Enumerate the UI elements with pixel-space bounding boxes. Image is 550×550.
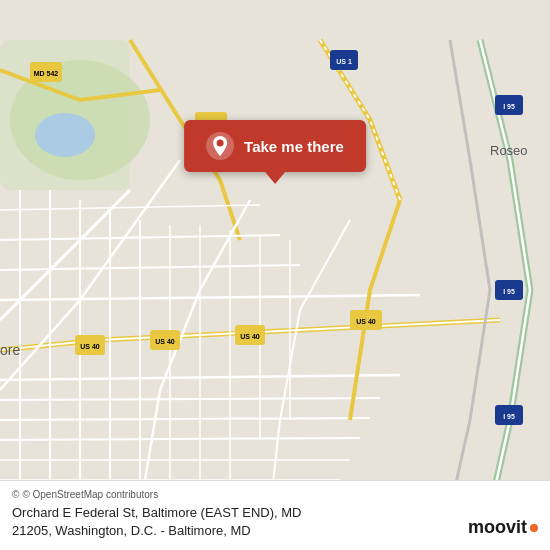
- svg-text:MD 542: MD 542: [34, 70, 59, 77]
- svg-text:I 95: I 95: [503, 413, 515, 420]
- svg-text:I 95: I 95: [503, 288, 515, 295]
- address-text: Orchard E Federal St, Baltimore (EAST EN…: [12, 504, 538, 540]
- address-line2: 21205, Washington, D.C. - Baltimore, MD: [12, 523, 251, 538]
- svg-text:US 40: US 40: [80, 343, 100, 350]
- svg-point-47: [217, 140, 224, 147]
- map-container: US 40 US 40 US 40 MD 147 MD 542 I 95 I 9…: [0, 0, 550, 550]
- take-me-there-button[interactable]: Take me there: [184, 120, 366, 172]
- take-me-there-label: Take me there: [244, 138, 344, 155]
- svg-text:US 40: US 40: [240, 333, 260, 340]
- osm-attribution: © © OpenStreetMap contributors: [12, 489, 538, 500]
- osm-icon: ©: [12, 489, 19, 500]
- svg-text:Roseo: Roseo: [490, 143, 528, 158]
- moovit-dot: [530, 524, 538, 532]
- svg-text:US 40: US 40: [356, 318, 376, 325]
- svg-text:I 95: I 95: [503, 103, 515, 110]
- info-bar: © © OpenStreetMap contributors Orchard E…: [0, 480, 550, 550]
- location-pin-icon: [206, 132, 234, 160]
- popup-tip: [265, 172, 285, 184]
- map-roads: US 40 US 40 US 40 MD 147 MD 542 I 95 I 9…: [0, 0, 550, 550]
- moovit-logo: moovit: [468, 517, 538, 538]
- svg-text:US 1: US 1: [336, 58, 352, 65]
- svg-text:US 40: US 40: [155, 338, 175, 345]
- address-line1: Orchard E Federal St, Baltimore (EAST EN…: [12, 505, 301, 520]
- svg-text:ore: ore: [0, 342, 20, 358]
- osm-text: © OpenStreetMap contributors: [22, 489, 158, 500]
- moovit-brand-text: moovit: [468, 517, 527, 538]
- map-popup: Take me there: [184, 120, 366, 184]
- svg-point-3: [35, 113, 95, 157]
